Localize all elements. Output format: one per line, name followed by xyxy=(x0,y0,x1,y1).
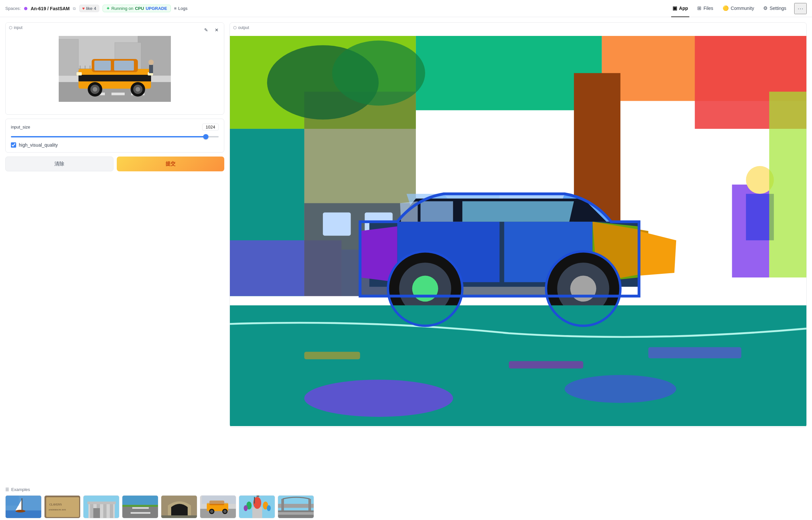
svg-point-59 xyxy=(565,375,676,403)
running-badge[interactable]: ✦ Running on CPU UPGRADE xyxy=(103,5,171,12)
svg-rect-90 xyxy=(161,515,197,518)
svg-rect-55 xyxy=(304,352,360,360)
example-8[interactable] xyxy=(278,495,314,518)
submit-button[interactable]: 提交 xyxy=(117,157,224,171)
example-2[interactable]: CLAVEN'S ANDERSON AVE xyxy=(44,495,80,518)
svg-rect-80 xyxy=(103,504,106,518)
output-label: ⬡ output xyxy=(233,25,249,30)
svg-rect-56 xyxy=(509,361,584,369)
image-close-button[interactable]: ✕ xyxy=(212,25,221,34)
svg-rect-108 xyxy=(256,496,259,497)
space-name: An-619 / FastSAM xyxy=(31,6,70,11)
tab-community[interactable]: 🟡 Community xyxy=(721,0,756,17)
community-icon: 🟡 xyxy=(722,5,729,11)
svg-rect-101 xyxy=(252,507,262,518)
checkbox-label: high_visual_quality xyxy=(19,142,58,148)
svg-rect-2 xyxy=(59,39,78,75)
logs-icon: ≡ xyxy=(174,6,177,11)
example-1[interactable] xyxy=(5,495,42,518)
tab-settings[interactable]: ⚙ Settings xyxy=(762,0,788,17)
nav-left: Spaces: An-619 / FastSAM ⧉ ♥ like 4 ✦ Ru… xyxy=(5,5,667,12)
svg-point-50 xyxy=(412,276,438,302)
heart-icon: ♥ xyxy=(82,6,85,11)
svg-rect-78 xyxy=(90,504,93,518)
left-panel: ⬡ input ✎ ✕ xyxy=(5,22,229,482)
svg-point-105 xyxy=(244,505,248,511)
svg-point-53 xyxy=(570,276,596,302)
checkbox-row: high_visual_quality xyxy=(11,142,219,148)
examples-list-icon: ☰ xyxy=(5,487,9,492)
app-icon: ▣ xyxy=(672,5,677,11)
svg-point-22 xyxy=(93,87,97,92)
svg-point-98 xyxy=(223,510,227,513)
logs-button[interactable]: ≡ Logs xyxy=(174,6,188,11)
svg-rect-88 xyxy=(131,512,150,514)
svg-point-58 xyxy=(304,380,453,417)
svg-rect-113 xyxy=(309,499,311,511)
slider-value: 1024 xyxy=(202,124,219,130)
tab-files[interactable]: ⊞ Files xyxy=(696,0,715,17)
svg-point-106 xyxy=(267,505,271,511)
svg-rect-69 xyxy=(21,498,22,511)
svg-rect-71 xyxy=(6,496,19,505)
svg-rect-107 xyxy=(254,497,255,503)
svg-text:CLAVEN'S: CLAVEN'S xyxy=(49,503,62,506)
image-icon: ⬡ xyxy=(9,25,12,30)
spaces-label: Spaces: xyxy=(5,6,21,11)
svg-rect-13 xyxy=(112,93,125,95)
like-button[interactable]: ♥ like 4 xyxy=(79,5,99,12)
examples-grid: CLAVEN'S ANDERSON AVE xyxy=(5,495,807,518)
slider-label: input_size xyxy=(11,125,30,130)
image-edit-button[interactable]: ✎ xyxy=(201,25,211,34)
nav-right: ▣ App ⊞ Files 🟡 Community ⚙ Settings ⋯ xyxy=(671,0,807,17)
button-row: 清除 提交 xyxy=(5,157,224,171)
example-3[interactable] xyxy=(83,495,119,518)
input-image-container xyxy=(6,23,224,108)
main-content: ⬡ input ✎ ✕ xyxy=(0,17,812,487)
svg-rect-63 xyxy=(769,92,806,278)
tab-app[interactable]: ▣ App xyxy=(671,0,689,17)
svg-rect-81 xyxy=(110,504,113,518)
input-size-slider[interactable] xyxy=(11,136,219,137)
settings-icon: ⚙ xyxy=(763,5,767,11)
svg-point-39 xyxy=(332,41,425,105)
cpu-label: CPU xyxy=(135,6,144,11)
example-5[interactable] xyxy=(161,495,197,518)
svg-point-70 xyxy=(16,510,25,513)
more-button[interactable]: ⋯ xyxy=(794,3,807,14)
svg-rect-83 xyxy=(93,508,100,518)
input-label: ⬡ input xyxy=(9,25,22,30)
input-image-box[interactable]: ⬡ input ✎ ✕ xyxy=(5,22,224,115)
svg-rect-17 xyxy=(94,61,111,71)
high-visual-quality-checkbox[interactable] xyxy=(11,142,16,148)
output-image-box: ⬡ output xyxy=(229,22,807,427)
svg-point-28 xyxy=(148,60,154,65)
upgrade-label: UPGRADE xyxy=(146,6,167,11)
output-icon: ⬡ xyxy=(233,25,237,30)
copy-icon[interactable]: ⧉ xyxy=(73,6,76,11)
clear-button[interactable]: 清除 xyxy=(5,157,114,171)
examples-label: ☰ Examples xyxy=(5,487,807,492)
svg-rect-57 xyxy=(648,347,741,358)
example-7[interactable] xyxy=(239,495,275,518)
svg-rect-73 xyxy=(46,497,79,517)
example-6[interactable] xyxy=(200,495,236,518)
slider-row: input_size 1024 xyxy=(11,124,219,130)
svg-rect-99 xyxy=(202,496,236,504)
controls-box: input_size 1024 high_visual_quality xyxy=(5,119,224,153)
svg-rect-86 xyxy=(122,505,158,507)
svg-text:ANDERSON AVE: ANDERSON AVE xyxy=(48,509,66,511)
topnav: Spaces: An-619 / FastSAM ⧉ ♥ like 4 ✦ Ru… xyxy=(0,0,812,17)
examples-section: ☰ Examples CLAVEN'S ANDERSON AVE xyxy=(0,487,812,520)
svg-point-96 xyxy=(210,510,213,513)
example-4[interactable] xyxy=(122,495,158,518)
svg-rect-87 xyxy=(132,507,149,509)
svg-rect-29 xyxy=(149,65,153,73)
input-car-image xyxy=(59,36,171,102)
output-segmented-image xyxy=(230,36,806,426)
svg-rect-82 xyxy=(88,501,116,504)
svg-rect-112 xyxy=(281,499,284,511)
svg-rect-19 xyxy=(78,75,151,81)
plus-icon: ✦ xyxy=(106,6,110,11)
svg-rect-18 xyxy=(114,61,134,71)
